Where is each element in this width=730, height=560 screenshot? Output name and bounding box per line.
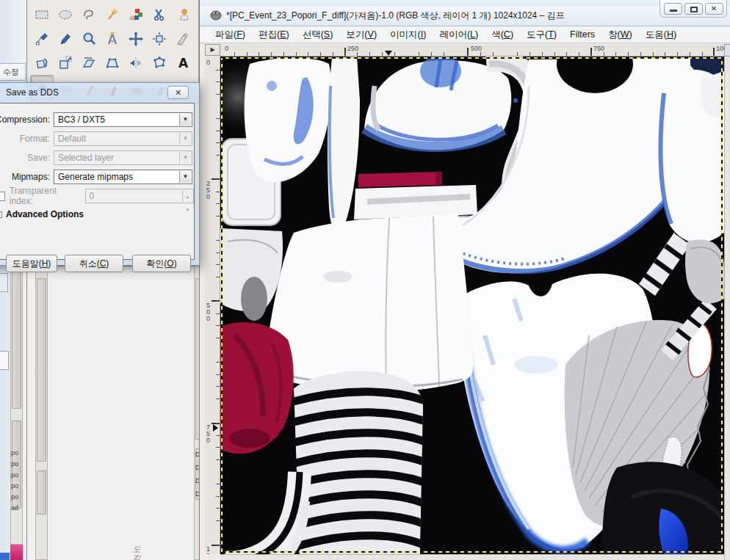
tool-shear[interactable]	[77, 51, 101, 75]
menu-select[interactable]: 선택(S)	[296, 26, 340, 43]
menu-view[interactable]: 보기(V)	[339, 26, 383, 43]
vertical-ruler[interactable]: 0 250 500 750 1000	[205, 57, 220, 554]
tool-crop[interactable]	[171, 26, 195, 51]
mipmaps-value: Generate mipmaps	[58, 172, 133, 182]
magic-wand-icon	[104, 7, 120, 23]
tool-foreground-select[interactable]	[171, 2, 195, 26]
scalpel-icon	[175, 31, 191, 47]
list-item[interactable]: po	[11, 448, 24, 459]
h-ruler-label: 750	[593, 45, 605, 52]
svg-text:A: A	[178, 56, 189, 70]
compression-select[interactable]: BC3 / DXT5 ▼	[54, 112, 192, 127]
tool-cage-transform[interactable]	[148, 51, 171, 75]
chevron-down-icon[interactable]: ▼	[179, 171, 191, 183]
tool-scissors-select[interactable]	[148, 2, 171, 26]
tool-move[interactable]	[124, 26, 148, 51]
image-canvas[interactable]	[220, 57, 724, 554]
advanced-options-expander[interactable]: +	[0, 211, 2, 218]
list-item[interactable]: po	[11, 492, 24, 503]
magnifier-icon	[81, 31, 97, 47]
list-item[interactable]: po	[11, 459, 24, 470]
titlebar[interactable]: *[PC_Event_23_Popori_F_diff](가져옴)-1.0 (R…	[200, 6, 730, 26]
menu-layer[interactable]: 레이어(L)	[433, 26, 485, 43]
shear-icon	[81, 55, 97, 71]
menu-file[interactable]: 파일(F)	[209, 26, 252, 43]
menubar: 파일(F) 편집(E) 선택(S) 보기(V) 이미지(I) 레이어(L) 색(…	[200, 26, 730, 43]
vertical-scrollbar-trough[interactable]	[724, 57, 730, 560]
dock-left-scrollbar[interactable]	[35, 267, 48, 560]
horizontal-scrollbar-trough[interactable]	[220, 554, 724, 560]
transparent-index-label: Transparent index:	[10, 186, 82, 206]
tool-rotate[interactable]	[30, 51, 54, 75]
save-value: Selected layer	[58, 153, 114, 163]
menu-image[interactable]: 이미지(I)	[383, 26, 433, 43]
horizontal-ruler[interactable]: 0 250 500 750 1000	[220, 44, 724, 57]
select-by-color-icon	[128, 7, 144, 23]
list-item[interactable]: po	[11, 481, 24, 492]
save-label: Save:	[0, 153, 50, 163]
save-select[interactable]: Selected layer ▼	[54, 150, 192, 165]
dialog-close-button[interactable]: ✕	[167, 86, 189, 99]
list-item[interactable]: po	[11, 470, 24, 481]
tool-fuzzy-select[interactable]	[101, 2, 124, 26]
chevron-down-icon: ▼	[179, 133, 191, 145]
help-button[interactable]: 도움말(H)	[6, 255, 57, 272]
minimize-icon	[670, 10, 677, 12]
dialog-body: Compression: BC3 / DXT5 ▼ Format: Defaul…	[0, 103, 195, 260]
foreground-select-icon	[175, 7, 191, 23]
tool-select-by-color[interactable]	[124, 2, 148, 26]
scissors-icon	[151, 7, 167, 23]
ok-button[interactable]: 확인(O)	[132, 255, 191, 272]
transparent-index-input[interactable]: 0 ▲▼	[85, 189, 194, 203]
tool-perspective[interactable]	[101, 51, 124, 75]
tool-flip[interactable]	[124, 51, 148, 75]
format-select[interactable]: Default ▼	[54, 131, 192, 146]
mipmaps-label: Mipmaps:	[0, 172, 50, 182]
mipmaps-select[interactable]: Generate mipmaps ▼	[54, 170, 192, 184]
h-ruler-label: 1000	[715, 45, 724, 52]
window-controls: ✕	[659, 0, 727, 18]
tool-scale[interactable]	[54, 51, 77, 75]
minimize-button[interactable]	[664, 3, 682, 15]
maximize-button[interactable]	[684, 3, 703, 15]
chevron-down-icon[interactable]: ▼	[179, 114, 191, 126]
ruler-origin-button[interactable]: ▶	[205, 44, 220, 56]
canvas-menu-button[interactable]	[724, 44, 730, 57]
save-as-dds-dialog: Save as DDS ✕ Compression: BC3 / DXT5 ▼ …	[0, 82, 200, 266]
menu-tools[interactable]: 도구(T)	[520, 26, 563, 43]
menu-windows[interactable]: 창(W)	[601, 26, 639, 43]
v-ruler-label: 0	[206, 59, 212, 66]
compression-label: Compression:	[0, 114, 50, 125]
rotate-icon	[34, 55, 50, 71]
texture-artwork	[220, 57, 724, 554]
menu-colors[interactable]: 색(C)	[485, 26, 520, 43]
text-tool-icon: A	[175, 55, 191, 71]
tool-ellipse-select[interactable]	[54, 2, 77, 26]
close-button[interactable]: ✕	[705, 3, 723, 15]
menu-filters[interactable]: Filters	[563, 26, 601, 43]
transparent-index-checkbox[interactable]	[0, 192, 5, 201]
format-value: Default	[58, 134, 86, 144]
close-icon: ✕	[711, 4, 717, 12]
background-spinner-fragment[interactable]	[0, 273, 8, 292]
tool-measure[interactable]	[101, 26, 124, 51]
h-ruler-label: 500	[470, 45, 483, 52]
cancel-button[interactable]: 취소(C)	[65, 255, 123, 272]
tool-color-picker[interactable]	[54, 26, 77, 51]
background-tab[interactable]: 수정	[0, 63, 26, 81]
tool-align[interactable]	[148, 26, 171, 51]
compass-icon	[104, 31, 120, 47]
tool-text[interactable]: A	[171, 51, 195, 75]
scale-icon	[57, 55, 73, 71]
v-ruler-label: 500	[206, 302, 212, 322]
tool-paths[interactable]	[30, 26, 54, 51]
spinner-arrows-icon[interactable]: ▲▼	[182, 190, 192, 202]
tool-zoom[interactable]	[77, 26, 101, 51]
tool-rect-select[interactable]	[30, 2, 54, 26]
list-item[interactable]: ad	[11, 503, 24, 514]
tool-free-select[interactable]	[77, 2, 101, 26]
h-ruler-label: 0	[224, 45, 229, 52]
menu-edit[interactable]: 편집(E)	[252, 26, 296, 43]
lasso-icon	[81, 7, 97, 23]
menu-help[interactable]: 도움(H)	[639, 26, 683, 43]
